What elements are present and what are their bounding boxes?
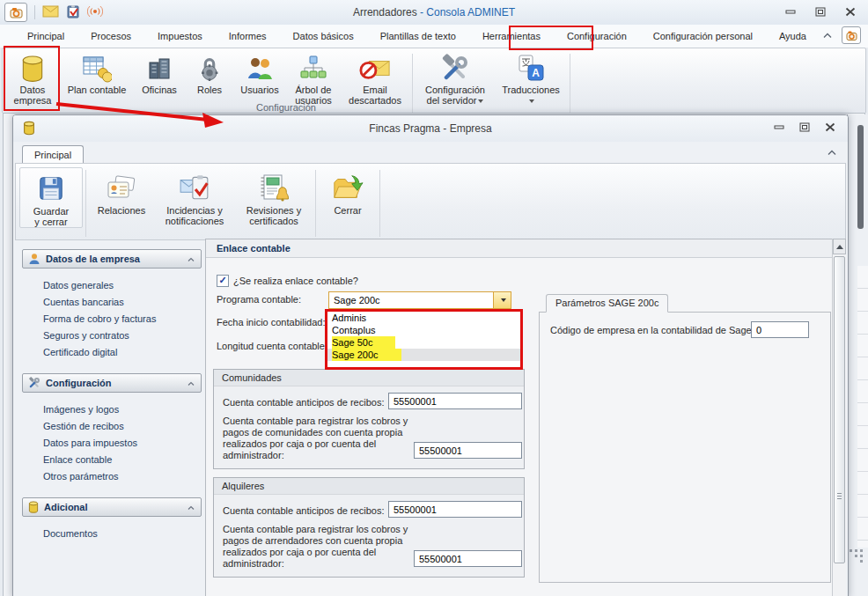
ribbon-button-usuarios[interactable]: Usuarios <box>233 51 286 95</box>
maximize-button[interactable] <box>799 122 810 134</box>
maximize-icon <box>815 7 826 17</box>
ribbon-button-oficinas[interactable]: Oficinas <box>133 51 186 95</box>
ribbon-button-revisiones-y-certificados[interactable]: Revisiones ycertificados <box>235 167 313 226</box>
ribbon-collapse-button[interactable] <box>822 30 833 40</box>
tab-configuracion[interactable]: Configuración <box>554 26 640 47</box>
scrollbar-thumb[interactable] <box>834 256 845 563</box>
database-cylinder-icon <box>20 53 45 85</box>
dropdown-option-sage-200c[interactable]: Sage 200c <box>327 349 520 361</box>
maximize-button[interactable] <box>813 5 828 18</box>
registro-input[interactable] <box>414 550 522 567</box>
enlace-contable-checkbox[interactable]: ✓ <box>217 275 229 287</box>
resize-grip-dots[interactable] <box>850 549 852 552</box>
sidebar-item-cuentas-bancarias[interactable]: Cuentas bancarias <box>43 294 202 311</box>
chevron-up-icon <box>822 32 833 39</box>
sidebar-item-gestion-de-recibos[interactable]: Gestión de recibos <box>43 418 202 435</box>
tab-procesos[interactable]: Procesos <box>77 26 144 47</box>
close-icon <box>845 7 856 17</box>
sidebar-item-datos-generales[interactable]: Datos generales <box>43 277 202 294</box>
ribbon-button-email-descartados[interactable]: Emaildescartados <box>341 51 409 106</box>
sidebar-section-adicional[interactable]: Adicional <box>22 497 202 517</box>
ribbon-button-configuracion-del-servidor[interactable]: Configuracióndel servidor <box>416 51 495 106</box>
maximize-icon <box>799 122 810 132</box>
minimize-button[interactable] <box>783 5 798 18</box>
combobox-open-button[interactable] <box>493 292 511 308</box>
table-coins-icon <box>82 53 112 85</box>
dropdown-arrow-icon <box>529 99 534 103</box>
ribbon-button-arbol-de-usuarios[interactable]: Árbol deusuarios <box>286 51 341 106</box>
ribbon-button-plan-contable[interactable]: Plan contable <box>61 51 133 95</box>
empresa-window: Fincas Pragma - Empresa Principal Guarda… <box>12 114 849 596</box>
sidebar-section-configuracion[interactable]: Configuración <box>22 373 202 393</box>
checkbox-label: ¿Se realiza enlace contable? <box>233 276 358 286</box>
enlace-contable-panel: Enlace contable ✓ ¿Se realiza enlace con… <box>205 239 834 596</box>
svg-text:A: A <box>532 67 540 79</box>
ribbon-button-roles[interactable]: Roles <box>186 51 233 95</box>
background-scrollbar-thumb[interactable] <box>857 125 864 229</box>
programa-contable-dropdown-list: Adminis Contaplus Sage 50c Sage 200c <box>325 309 523 370</box>
sidebar-item-certificado-digital[interactable]: Certificado digital <box>43 344 202 361</box>
dropdown-option-sage-50c[interactable]: Sage 50c <box>327 336 520 349</box>
sidebar-item-enlace-contable[interactable]: Enlace contable <box>43 452 202 468</box>
main-ribbon: Datosempresa Plan contable Oficinas Role… <box>2 48 866 116</box>
anticipos-label: Cuenta contable anticipos de recibos: <box>223 397 384 408</box>
ribbon-button-cerrar[interactable]: Cerrar <box>319 167 377 216</box>
programa-contable-combobox[interactable]: Sage 200c <box>328 291 511 309</box>
groupbox-title: Alquileres <box>214 478 524 495</box>
ribbon-button-relaciones[interactable]: Relaciones <box>89 167 154 216</box>
help-app-button[interactable] <box>842 26 861 44</box>
codigo-empresa-label: Código de empresa en la contabilidad de … <box>550 325 754 335</box>
empresa-window-title: Fincas Pragma - Empresa <box>13 122 848 135</box>
dropdown-arrow-icon <box>478 99 483 103</box>
close-button[interactable] <box>825 122 835 134</box>
codigo-empresa-input[interactable] <box>751 321 809 338</box>
tools-icon <box>28 377 40 389</box>
sidebar-item-otros-parametros[interactable]: Otros parámetros <box>43 468 202 485</box>
ribbon-button-traducciones[interactable]: A Traducciones <box>495 51 567 106</box>
ribbon-button-incidencias-y-notificaciones[interactable]: Incidencias ynotificaciones <box>154 167 235 226</box>
sidebar-item-seguros-y-contratos[interactable]: Seguros y contratos <box>43 327 202 344</box>
envelope-clipboard-check-icon <box>179 170 210 205</box>
ribbon-button-datos-empresa[interactable]: Datosempresa <box>4 51 61 106</box>
up-arrow-icon <box>836 245 843 249</box>
tab-ayuda[interactable]: Ayuda <box>766 26 820 47</box>
dropdown-option-adminis[interactable]: Adminis <box>327 312 520 324</box>
tab-configuracion-personal[interactable]: Configuración personal <box>640 26 766 47</box>
sidebar-item-datos-para-impuestos[interactable]: Datos para impuestos <box>43 435 202 452</box>
tab-datos-basicos[interactable]: Datos básicos <box>280 26 367 47</box>
sidebar-item-documentos[interactable]: Documentos <box>43 526 202 542</box>
tab-herramientas[interactable]: Herramientas <box>469 26 554 47</box>
minimize-button[interactable] <box>774 122 784 134</box>
alquileres-groupbox: Alquileres Cuenta contable anticipos de … <box>213 477 525 578</box>
ribbon-button-guardar-y-cerrar[interactable]: Guardary cerrar <box>19 167 83 228</box>
dropdown-option-contaplus[interactable]: Contaplus <box>327 324 520 336</box>
panel-title: Enlace contable <box>206 239 833 258</box>
tools-icon <box>440 53 470 85</box>
anticipos-input[interactable] <box>388 393 522 409</box>
chevron-up-icon <box>187 504 195 511</box>
ribbon-collapse-button[interactable] <box>827 147 837 158</box>
background-grid-rows <box>857 266 868 548</box>
tab-principal[interactable]: Principal <box>14 26 77 47</box>
dropdown-arrow-icon <box>501 298 506 302</box>
ribbon-separator <box>85 170 86 237</box>
buildings-icon <box>146 53 173 85</box>
sidebar-section-datos-de-la-empresa[interactable]: Datos de la empresa <box>22 249 202 269</box>
sidebar-item-forma-de-cobro-y-facturas[interactable]: Forma de cobro y facturas <box>43 311 202 327</box>
scrollbar-up-button[interactable] <box>833 239 846 254</box>
tab-plantillas-de-texto[interactable]: Plantillas de texto <box>367 26 469 47</box>
ribbon-separator <box>379 170 380 237</box>
tab-parametros-sage-200c[interactable]: Parámetros SAGE 200c <box>546 294 668 313</box>
empresa-titlebar: Fincas Pragma - Empresa <box>13 115 848 142</box>
ribbon-separator <box>315 170 316 237</box>
empresa-sidebar: Datos de la empresa Datos generales Cuen… <box>22 244 202 596</box>
content-scrollbar[interactable] <box>832 239 846 596</box>
anticipos-input[interactable] <box>388 501 522 518</box>
tab-impuestos[interactable]: Impuestos <box>144 26 216 47</box>
sidebar-item-imagenes-y-logos[interactable]: Imágenes y logos <box>43 401 202 418</box>
close-button[interactable] <box>843 5 857 18</box>
tab-informes[interactable]: Informes <box>216 26 280 47</box>
registro-input[interactable] <box>414 442 522 459</box>
empresa-ribbon: Guardary cerrar Relaciones Incidencias y… <box>15 163 846 240</box>
tab-principal-empresa[interactable]: Principal <box>22 145 84 163</box>
